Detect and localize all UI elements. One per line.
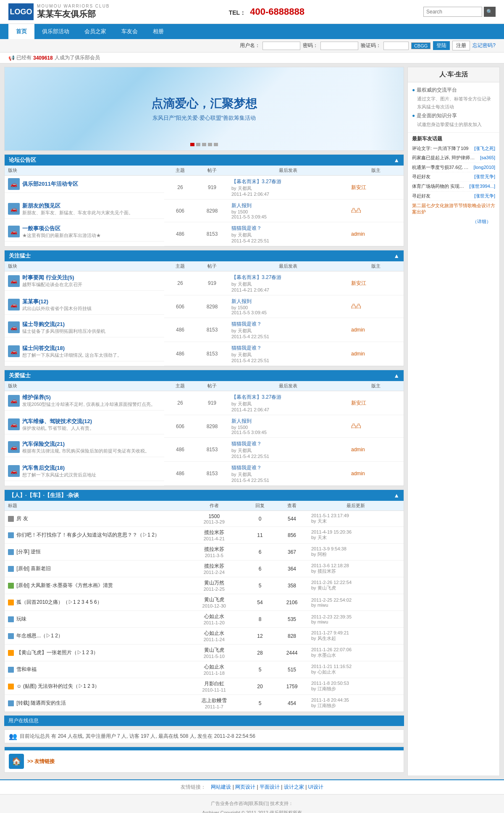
forum-name-link[interactable]: 汽车维修、驾驶技术交流(12) xyxy=(22,418,92,424)
forum-name-wrap: 汽车售后交流(18) 想了解一下东风猛士武汉营后店地址 xyxy=(22,464,96,478)
last-post-title[interactable]: 【幕名而末】3.27春游 xyxy=(231,394,344,401)
last-post-title[interactable]: 猫猫我是谁？ xyxy=(231,464,344,471)
forum-row-icon: 🚗 xyxy=(8,418,20,430)
password-input[interactable] xyxy=(320,42,358,50)
forum-name-link[interactable]: 维护保养(5) xyxy=(22,394,51,400)
post-title-link[interactable]: 房 友 xyxy=(16,516,28,521)
table-row: [原创] 喜新老旧 揽拉米苏 2011-2-24 6 364 2011-3-6 … xyxy=(5,560,404,577)
post-title-link[interactable]: [原创] 大凤新签·水墨葵等《方然水画》清赏 xyxy=(16,582,113,588)
love-warriors-expand[interactable]: ▲ xyxy=(394,372,399,379)
forum-last-post: 猫猫我是谁？ by 天都凤 2011-5-4 22:25:51 xyxy=(228,342,348,366)
last-post-title[interactable]: 【幕名而末】3.27春游 xyxy=(231,178,344,185)
expand-links-btn[interactable]: >> 友情链接 xyxy=(27,758,55,765)
tel-label: TEL： xyxy=(229,9,246,16)
footer-ad: 广告业务合作咨询[联系我们] 技术支持： xyxy=(4,799,500,808)
forum-name-wrap: 猛士导购交流(21) 猛士徒备了多风强明拓圆利培压冷供柴机 xyxy=(22,321,105,334)
footer-link-item[interactable]: UI设计 xyxy=(308,784,323,790)
forum-name-link[interactable]: 一般事项公告区 xyxy=(22,225,60,232)
sidebar-news-item: 寻赶好友[涨世无争] xyxy=(412,172,495,182)
post-replies: 5 xyxy=(244,695,276,712)
forum-public-title: 论坛公告区 xyxy=(9,156,36,164)
forum-name-link[interactable]: 汽车保险交流(21) xyxy=(22,441,65,447)
forum-public-expand[interactable]: ▲ xyxy=(394,157,399,163)
last-update-by: by miwu xyxy=(311,603,400,608)
post-icon xyxy=(8,700,14,706)
post-title-link[interactable]: 【黄山飞虎】一张老照片（▷1 2 3） xyxy=(16,650,98,655)
search-input[interactable] xyxy=(423,7,482,17)
dot-4[interactable] xyxy=(208,143,212,146)
life-misc-expand[interactable]: ▲ xyxy=(394,492,399,499)
post-title-link[interactable]: ☺ (贴图) 无法弥补的过失（▷1 2 3） xyxy=(16,683,100,689)
sidebar-more-link[interactable]: （详细） xyxy=(412,217,495,226)
club-name: 某某车友俱乐部 xyxy=(37,8,110,20)
footer-link-item[interactable]: 网页设计 xyxy=(235,784,255,790)
last-post-title[interactable]: 猫猫我是谁？ xyxy=(231,321,344,328)
forum-last-post: 【幕名而末】3.27春游 by 天都凤 2011-4-21 2:06:47 xyxy=(228,271,348,295)
sidebar-news: 最新车友话题 评论文字: 一共消下降了109[涨飞之死]药家鑫已提起上诉, 辩护… xyxy=(408,133,499,229)
captcha-image: CBGG xyxy=(411,42,430,49)
forum-last-post: 猫猫我是谁？ by 天都凤 2011-5-4 22:25:51 xyxy=(228,318,348,342)
care-warriors-expand[interactable]: ▲ xyxy=(394,253,399,259)
post-title-link[interactable]: 玩味 xyxy=(16,616,26,622)
post-author: 揽拉米苏 xyxy=(188,546,241,553)
post-title-link[interactable]: 雪和幸福 xyxy=(16,666,37,672)
nav-item-album[interactable]: 相册 xyxy=(145,24,171,39)
last-post-title[interactable]: 猫猫我是谁？ xyxy=(231,345,344,352)
password-label: 密码： xyxy=(303,42,318,49)
username-input[interactable] xyxy=(262,42,300,50)
nav-item-club[interactable]: 车友会 xyxy=(114,24,145,39)
table-row: 🚗 维护保养(5) 发现2050型猛士冷却液不足时, 仪表板上冷却液原面报警灯点… xyxy=(5,391,404,415)
footer-link-item[interactable]: 网站建设 xyxy=(211,784,231,790)
last-post-title[interactable]: 新人报到 xyxy=(231,202,344,209)
forum-name-link[interactable]: 猛士问答交流(18) xyxy=(22,345,65,351)
post-title-link[interactable]: 孤（回首2010之痛）（▷1 2 3 4 5 6） xyxy=(16,599,102,605)
banner: 点滴爱心，汇聚梦想 东风日产"阳光关爱·爱心联盟"善款筹集活动 xyxy=(4,67,404,151)
search-button[interactable]: 🔍 xyxy=(484,7,496,17)
register-button[interactable]: 注册 xyxy=(452,41,470,50)
dot-1[interactable] xyxy=(190,143,194,146)
forum-posts: 8153 xyxy=(196,318,228,342)
dot-3[interactable] xyxy=(202,143,206,146)
forum-name-link[interactable]: 某某事(12) xyxy=(22,298,48,305)
search-area: 🔍 xyxy=(423,7,496,17)
last-post-info: by 天都凤 2011-4-21 2:06:47 xyxy=(231,401,344,412)
last-post-title[interactable]: 新人报到 xyxy=(231,418,344,425)
nav-item-members[interactable]: 会员之家 xyxy=(77,24,114,39)
footer-link-item[interactable]: 平面设计 xyxy=(260,784,280,790)
post-title-link[interactable]: [转载] 随遇而安的生活 xyxy=(16,700,66,706)
forum-name-link[interactable]: 时事要闻 行业关注(5) xyxy=(22,274,74,281)
forum-topics: 486 xyxy=(164,438,196,462)
dot-5[interactable] xyxy=(214,143,218,146)
care-warriors-title: 关注猛士 xyxy=(9,252,31,260)
forum-mod: 新安江 xyxy=(348,271,404,295)
post-author-cell: 揽拉米苏 2011-4-21 xyxy=(184,527,244,544)
last-post-title[interactable]: 猫猫我是谁？ xyxy=(231,440,344,447)
dot-2[interactable] xyxy=(196,143,200,146)
last-post-title[interactable]: 【幕名而末】3.27春游 xyxy=(231,274,344,281)
nav-item-home[interactable]: 首页 xyxy=(8,24,34,39)
login-button[interactable]: 登陆 xyxy=(433,41,450,50)
footer-link-item[interactable]: 设计之家 xyxy=(284,784,304,790)
post-author-cell: 心如止水 2011-1-20 xyxy=(184,611,244,628)
forum-name-link[interactable]: 新朋友的预见区 xyxy=(22,203,60,209)
forget-password-link[interactable]: 忘记密码? xyxy=(472,42,496,49)
sidebar-activity-link[interactable]: 第二届七夕文化旅游节节情歌晚会设计方案出炉 xyxy=(412,201,495,217)
forum-name-link[interactable]: 俱乐部2011年活动专区 xyxy=(22,181,78,187)
last-post-title[interactable]: 猫猫我是谁？ xyxy=(231,225,344,232)
post-title-link[interactable]: 你们吧！不打找你了！有多少人知道这句话的意思？？（▷1 2） xyxy=(16,532,160,538)
forum-name-link[interactable]: 汽车售后交流(18) xyxy=(22,465,65,471)
table-row: 雪和幸福 心如止水 2011-1-18 5 515 2011-1-21 11:1… xyxy=(5,661,404,678)
last-post-title[interactable]: 新人报到 xyxy=(231,298,344,305)
post-title-cell: 玩味 xyxy=(5,611,184,628)
captcha-input[interactable] xyxy=(383,42,409,50)
forum-desc: 新朋友、新车友、新猛友、车友非此与大家先见个面。 xyxy=(22,210,133,216)
nav-item-activities[interactable]: 俱乐部活动 xyxy=(34,24,77,39)
post-title-link[interactable]: [原创] 喜新老旧 xyxy=(16,566,51,571)
forum-name-link[interactable]: 猛士导购交流(21) xyxy=(22,321,65,327)
post-title-link[interactable]: 年念感恩...（▷1 2） xyxy=(16,633,63,639)
post-title-cell: 你们吧！不打找你了！有多少人知道这句话的意思？？（▷1 2） xyxy=(5,527,184,544)
last-update-date: 2011-2-25 22:54:02 xyxy=(311,597,400,603)
post-date: 2011-1-7 xyxy=(188,704,241,709)
post-title-link[interactable]: [分享] 逆恒 xyxy=(16,549,41,555)
forum-posts: 8298 xyxy=(196,200,228,222)
